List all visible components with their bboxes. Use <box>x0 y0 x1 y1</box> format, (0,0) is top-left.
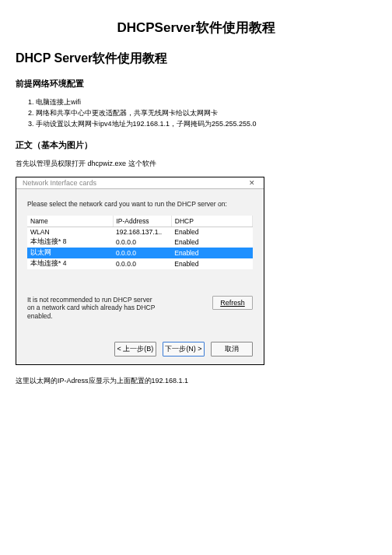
cell-name: 本地连接* 4 <box>27 258 113 269</box>
cell-dhcp: Enabled <box>171 248 252 258</box>
titlebar: Network Interface cards ✕ <box>16 177 264 189</box>
cell-dhcp: Enabled <box>171 258 252 269</box>
table-row-selected[interactable]: 以太网 0.0.0.0 Enabled <box>27 248 253 258</box>
prereq-list: 电脑连接上wifi 网络和共享中心中更改适配器，共享无线网卡给以太网网卡 手动设… <box>16 97 376 130</box>
window-title: Network Interface cards <box>23 179 96 187</box>
close-icon[interactable]: ✕ <box>243 179 261 187</box>
heading-1: DHCP Server软件使用教程 <box>16 51 376 67</box>
list-item: 网络和共享中心中更改适配器，共享无线网卡给以太网网卡 <box>36 108 376 119</box>
refresh-button[interactable]: Refresh <box>212 296 253 310</box>
back-button[interactable]: < 上一步(B) <box>114 342 156 357</box>
heading-body: 正文（基本为图片） <box>16 139 376 151</box>
dialog-note: It is not recommended to run DHCP server… <box>27 296 159 321</box>
cell-ip: 0.0.0.0 <box>113 248 171 258</box>
dialog-footer: < 上一步(B) 下一步(N) > 取消 <box>16 337 264 364</box>
column-header-name[interactable]: Name <box>27 216 113 227</box>
cell-name: WLAN <box>27 227 113 237</box>
table-row[interactable]: 本地连接* 8 0.0.0.0 Enabled <box>27 237 253 248</box>
next-button[interactable]: 下一步(N) > <box>163 342 205 357</box>
dialog-instruction: Please select the network card you want … <box>27 200 253 208</box>
cell-ip: 0.0.0.0 <box>113 258 171 269</box>
cell-ip: 0.0.0.0 <box>113 237 171 248</box>
heading-prereq: 前提网络环境配置 <box>16 78 376 90</box>
table-row[interactable]: WLAN 192.168.137.1.. Enabled <box>27 227 253 237</box>
list-item: 电脑连接上wifi <box>36 97 376 108</box>
cancel-button[interactable]: 取消 <box>211 342 253 357</box>
cell-name: 以太网 <box>27 248 113 258</box>
table-row[interactable]: 本地连接* 4 0.0.0.0 Enabled <box>27 258 253 269</box>
list-item: 手动设置以太网网卡ipv4地址为192.168.1.1，子网掩码为255.255… <box>36 119 376 130</box>
cell-dhcp: Enabled <box>171 227 252 237</box>
intro-paragraph: 首先以管理员权限打开 dhcpwiz.exe 这个软件 <box>16 159 376 169</box>
cell-dhcp: Enabled <box>171 237 252 248</box>
column-header-ip[interactable]: IP-Address <box>113 216 171 227</box>
cell-name: 本地连接* 8 <box>27 237 113 248</box>
dhcp-wizard-dialog: Network Interface cards ✕ Please select … <box>16 177 264 365</box>
page-title: DHCPServer软件使用教程 <box>16 19 376 37</box>
closing-paragraph: 这里以太网的IP-Adress应显示为上面配置的192.168.1.1 <box>16 376 376 386</box>
column-header-dhcp[interactable]: DHCP <box>171 216 252 227</box>
network-interface-table[interactable]: Name IP-Address DHCP WLAN 192.168.137.1.… <box>27 216 253 269</box>
cell-ip: 192.168.137.1.. <box>113 227 171 237</box>
